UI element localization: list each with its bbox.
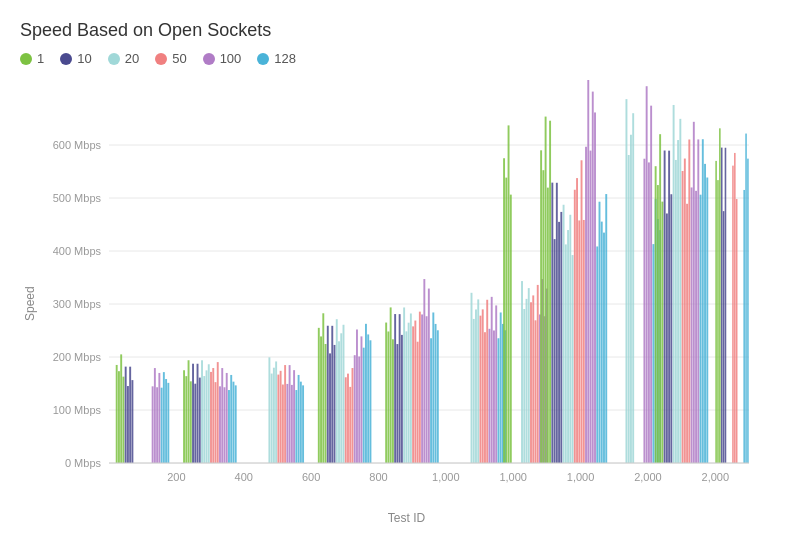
svg-rect-218 [693, 122, 695, 463]
svg-rect-235 [745, 134, 747, 463]
svg-rect-118 [419, 312, 421, 463]
svg-rect-33 [156, 387, 158, 463]
svg-rect-217 [691, 187, 693, 463]
svg-text:200: 200 [167, 471, 185, 483]
svg-rect-164 [551, 183, 553, 463]
svg-rect-38 [167, 383, 169, 463]
svg-rect-151 [530, 302, 532, 463]
svg-rect-190 [628, 155, 630, 463]
svg-rect-180 [587, 80, 589, 463]
svg-rect-76 [298, 375, 300, 463]
svg-rect-57 [224, 387, 226, 463]
legend: 1102050100128 [20, 51, 769, 66]
svg-rect-104 [387, 331, 389, 463]
chart-svg: 0 Mbps100 Mbps200 Mbps300 Mbps400 Mbps50… [44, 80, 769, 505]
svg-rect-188 [605, 194, 607, 463]
svg-rect-66 [275, 361, 277, 463]
svg-rect-54 [217, 362, 219, 463]
svg-text:1,000: 1,000 [432, 471, 460, 483]
svg-rect-197 [652, 244, 654, 463]
legend-label: 10 [77, 51, 91, 66]
legend-item: 50 [155, 51, 186, 66]
svg-rect-131 [480, 316, 482, 463]
svg-rect-230 [725, 148, 727, 463]
svg-rect-62 [235, 385, 237, 463]
svg-rect-51 [210, 372, 212, 463]
svg-rect-77 [300, 382, 302, 463]
svg-rect-89 [340, 333, 342, 463]
legend-item: 20 [108, 51, 139, 66]
svg-rect-233 [736, 199, 738, 463]
svg-rect-185 [599, 202, 601, 463]
svg-rect-206 [666, 213, 668, 463]
svg-rect-52 [212, 368, 214, 463]
svg-rect-63 [268, 357, 270, 463]
svg-rect-148 [523, 309, 525, 463]
svg-rect-169 [563, 205, 565, 463]
svg-rect-137 [493, 330, 495, 463]
svg-rect-103 [385, 323, 387, 463]
svg-rect-149 [526, 299, 528, 463]
svg-rect-163 [549, 121, 551, 463]
svg-rect-123 [430, 338, 432, 463]
svg-rect-210 [675, 160, 677, 463]
svg-rect-86 [334, 345, 336, 463]
svg-rect-136 [491, 297, 493, 463]
svg-rect-187 [603, 233, 605, 463]
svg-rect-56 [221, 368, 223, 463]
svg-rect-178 [583, 220, 585, 463]
svg-rect-168 [560, 212, 562, 463]
svg-rect-83 [327, 326, 329, 463]
svg-rect-219 [695, 191, 697, 463]
svg-rect-64 [271, 374, 273, 463]
svg-rect-119 [421, 314, 423, 463]
legend-dot [60, 53, 72, 65]
svg-rect-184 [596, 246, 598, 463]
svg-rect-220 [697, 139, 699, 463]
svg-rect-80 [320, 336, 322, 463]
svg-rect-43 [192, 364, 194, 463]
svg-text:100 Mbps: 100 Mbps [53, 404, 102, 416]
svg-rect-134 [486, 300, 488, 463]
svg-rect-59 [228, 390, 230, 463]
y-axis-label: Speed [20, 80, 40, 527]
svg-rect-97 [358, 356, 360, 463]
svg-rect-143 [503, 158, 505, 463]
svg-text:400 Mbps: 400 Mbps [53, 245, 102, 257]
svg-rect-122 [428, 289, 430, 463]
svg-rect-115 [412, 326, 414, 463]
svg-rect-194 [646, 86, 648, 463]
svg-text:200 Mbps: 200 Mbps [53, 351, 102, 363]
svg-rect-177 [581, 160, 583, 463]
svg-rect-112 [405, 331, 407, 463]
svg-rect-221 [700, 195, 702, 463]
svg-rect-53 [215, 382, 217, 463]
svg-rect-29 [129, 367, 131, 463]
svg-rect-32 [154, 368, 156, 463]
svg-rect-45 [197, 364, 199, 463]
svg-rect-150 [528, 288, 530, 463]
svg-rect-147 [521, 281, 523, 463]
svg-rect-92 [347, 374, 349, 463]
svg-rect-130 [477, 299, 479, 463]
svg-text:0 Mbps: 0 Mbps [65, 457, 102, 469]
svg-rect-71 [286, 384, 288, 463]
svg-rect-93 [349, 387, 351, 463]
svg-rect-60 [230, 375, 232, 463]
svg-rect-28 [127, 386, 129, 463]
svg-rect-161 [545, 117, 547, 463]
svg-rect-212 [679, 119, 681, 463]
svg-rect-229 [723, 211, 725, 463]
chart-container: Speed Based on Open Sockets 110205010012… [0, 0, 789, 533]
svg-rect-72 [289, 365, 291, 463]
svg-rect-228 [721, 148, 723, 463]
svg-rect-116 [414, 321, 416, 463]
svg-rect-113 [408, 323, 410, 463]
svg-rect-120 [423, 279, 425, 463]
svg-rect-95 [354, 355, 356, 463]
svg-rect-170 [565, 244, 567, 463]
svg-rect-49 [206, 370, 208, 463]
svg-rect-67 [277, 375, 279, 463]
svg-rect-214 [684, 159, 686, 463]
svg-text:1,000: 1,000 [567, 471, 595, 483]
